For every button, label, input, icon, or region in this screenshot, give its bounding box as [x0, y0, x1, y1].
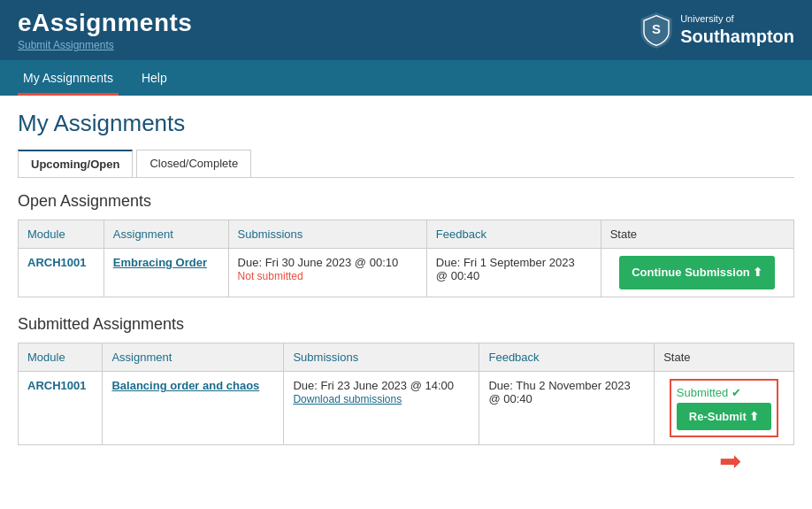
submission-due-submitted: Due: Fri 23 June 2023 @ 14:00 — [293, 379, 454, 392]
col-state-open: State — [601, 220, 793, 249]
arrow-row: ➡ — [19, 445, 794, 482]
assignment-link-balancing-order[interactable]: Balancing order and chaos — [111, 379, 259, 392]
open-assignments-title: Open Assignments — [18, 192, 794, 211]
col-submissions-open: Submissions — [228, 220, 426, 249]
nav-item-my-assignments[interactable]: My Assignments — [9, 60, 127, 96]
submitted-assignments-table: Module Assignment Submissions Feedback S… — [18, 343, 794, 482]
col-submissions-submitted: Submissions — [284, 343, 479, 372]
col-module-open: Module — [19, 220, 104, 249]
col-assignment-submitted: Assignment — [103, 343, 284, 372]
col-feedback-open: Feedback — [426, 220, 601, 249]
table-row: ARCH1001 Embracing Order Due: Fri 30 Jun… — [19, 249, 794, 297]
shield-icon: S — [640, 12, 673, 49]
submitted-assignments-title: Submitted Assignments — [18, 315, 794, 334]
feedback-due-open-2: @ 00:40 — [436, 269, 479, 282]
feedback-due-submitted-2: @ 00:40 — [488, 392, 532, 405]
logo-text: University of Southampton — [680, 12, 794, 48]
header: eAssignments Submit Assignments S Univer… — [0, 0, 812, 60]
arrow-icon: ➡ — [719, 445, 741, 476]
arrow-container: ➡ — [19, 445, 794, 482]
university-logo: S University of Southampton — [640, 12, 794, 49]
main-nav: My Assignments Help — [0, 60, 812, 96]
submit-assignments-link[interactable]: Submit Assignments — [18, 39, 192, 51]
col-assignment-open: Assignment — [103, 220, 228, 249]
page-title: My Assignments — [18, 110, 794, 137]
resubmit-button[interactable]: Re-Submit ⬆ — [677, 403, 772, 430]
page-content: My Assignments Upcoming/Open Closed/Comp… — [0, 96, 812, 509]
svg-text:S: S — [652, 21, 661, 36]
table-row: ARCH1001 Balancing order and chaos Due: … — [19, 372, 794, 445]
assignment-link-embracing-order[interactable]: Embracing Order — [113, 256, 207, 269]
col-state-submitted: State — [655, 343, 794, 372]
feedback-due-open-1: Due: Fri 1 September 2023 — [436, 256, 575, 269]
tab-closed-complete[interactable]: Closed/Complete — [136, 150, 251, 177]
submission-due-open: Due: Fri 30 June 2023 @ 00:10 — [238, 256, 399, 269]
tab-upcoming-open[interactable]: Upcoming/Open — [18, 150, 133, 177]
col-feedback-submitted: Feedback — [479, 343, 655, 372]
submitted-label: Submitted ✔ — [677, 386, 772, 399]
state-cell-open: Continue Submission ⬆ — [601, 249, 793, 297]
header-left: eAssignments Submit Assignments — [18, 9, 192, 51]
col-module-submitted: Module — [19, 343, 103, 372]
feedback-due-submitted-1: Due: Thu 2 November 2023 — [488, 379, 630, 392]
state-cell-submitted: Submitted ✔ Re-Submit ⬆ — [655, 372, 794, 445]
app-title: eAssignments — [18, 9, 192, 37]
nav-item-help[interactable]: Help — [127, 60, 181, 96]
continue-submission-button[interactable]: Continue Submission ⬆ — [619, 256, 775, 289]
module-link-arch1001-open[interactable]: ARCH1001 — [27, 256, 86, 269]
download-submissions-link[interactable]: Download submissions — [293, 393, 402, 405]
not-submitted-label: Not submitted — [238, 270, 303, 282]
module-link-arch1001-submitted[interactable]: ARCH1001 — [27, 379, 86, 392]
tabs: Upcoming/Open Closed/Complete — [18, 150, 794, 178]
open-assignments-table: Module Assignment Submissions Feedback S… — [18, 220, 794, 297]
state-submitted-wrapper: Submitted ✔ Re-Submit ⬆ — [670, 379, 779, 437]
